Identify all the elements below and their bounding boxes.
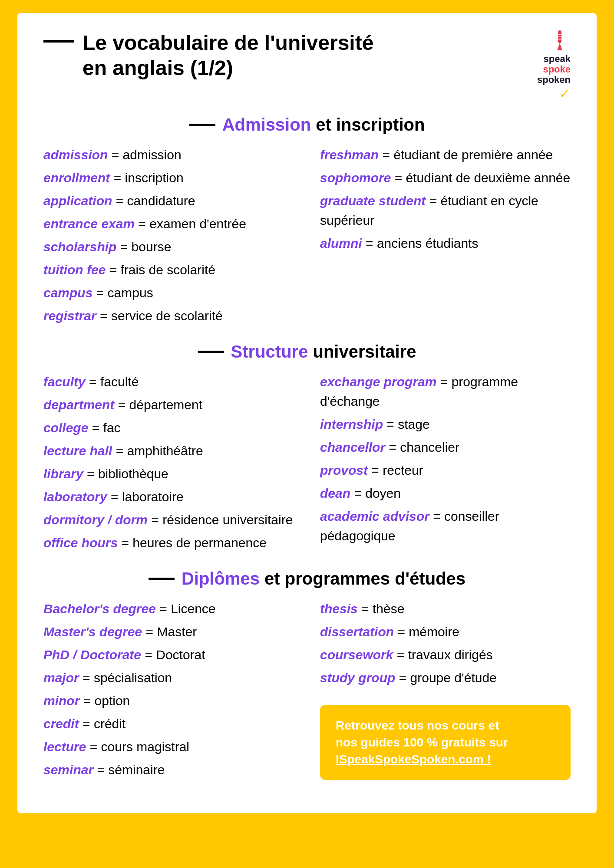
vocab-provost: provost = recteur — [320, 460, 571, 480]
vocab-coursework: coursework = travaux dirigés — [320, 645, 571, 664]
vocab-department: department = département — [43, 395, 294, 414]
vocab-lecture-hall: lecture hall = amphithéâtre — [43, 441, 294, 460]
vocab-bachelors: Bachelor's degree = Licence — [43, 599, 294, 618]
vocab-lecture: lecture = cours magistral — [43, 737, 294, 756]
checkmark-icon: ✓ — [559, 85, 571, 102]
structure-right-col: exchange program = programme d'échange i… — [320, 372, 571, 556]
vocab-dormitory: dormitory / dorm = résidence universitai… — [43, 510, 294, 529]
section-admission-title: Admission et inscription — [222, 115, 425, 135]
vocab-entrance-exam: entrance exam = examen d'entrée — [43, 214, 294, 233]
vocab-office-hours: office hours = heures de permanence — [43, 533, 294, 552]
structure-vocab-grid: faculty = faculté department = départeme… — [43, 372, 571, 556]
vocab-alumni: alumni = anciens étudiants — [320, 233, 571, 253]
vocab-graduate-student: graduate student = étudiant en cycle sup… — [320, 191, 571, 230]
vocab-registrar: registrar = service de scolarité — [43, 306, 294, 326]
vocab-scholarship: scholarship = bourse — [43, 237, 294, 256]
admission-vocab-grid: admission = admission enrollment = inscr… — [43, 145, 571, 329]
vocab-library: library = bibliothèque — [43, 464, 294, 483]
vocab-chancellor: chancellor = chancelier — [320, 437, 571, 457]
vocab-study-group: study group = groupe d'étude — [320, 668, 571, 687]
title-decoration — [43, 40, 74, 43]
vocab-internship: internship = stage — [320, 414, 571, 434]
vocab-enrollment: enrollment = inscription — [43, 168, 294, 187]
vocab-freshman: freshman = étudiant de première année — [320, 145, 571, 164]
logo-text: speak spoke spoken — [537, 54, 571, 85]
logo-icon — [549, 30, 571, 52]
vocab-phd: PhD / Doctorate = Doctorat — [43, 645, 294, 664]
vocab-dean: dean = doyen — [320, 483, 571, 503]
promo-text1: Retrouvez tous nos cours et — [336, 719, 499, 732]
logo-block: speak spoke spoken ✓ — [537, 30, 571, 102]
title-block: Le vocabulaire de l'université en anglai… — [43, 30, 373, 80]
svg-marker-1 — [557, 43, 562, 50]
vocab-faculty: faculty = faculté — [43, 372, 294, 391]
diplomes-left-col: Bachelor's degree = Licence Master's deg… — [43, 599, 294, 783]
section-structure-header: Structure universitaire — [43, 342, 571, 362]
vocab-academic-advisor: academic advisor = conseiller pédagogiqu… — [320, 506, 571, 546]
section-structure-title: Structure universitaire — [231, 342, 416, 362]
vocab-tuition-fee: tuition fee = frais de scolarité — [43, 260, 294, 279]
section-diplomes-header: Diplômes et programmes d'études — [43, 569, 571, 589]
vocab-major: major = spécialisation — [43, 668, 294, 687]
section-line-2 — [198, 351, 224, 353]
section-admission-header: Admission et inscription — [43, 115, 571, 135]
page-container: Le vocabulaire de l'université en anglai… — [17, 13, 597, 813]
vocab-seminar: seminar = séminaire — [43, 760, 294, 779]
promo-link[interactable]: ISpeakSpokeSpoken.com ! — [336, 753, 491, 766]
page-title: Le vocabulaire de l'université en anglai… — [83, 30, 373, 80]
promo-box: Retrouvez tous nos cours et nos guides 1… — [320, 705, 571, 780]
vocab-college: college = fac — [43, 418, 294, 437]
section-line-3 — [149, 578, 175, 580]
vocab-credit: credit = crédit — [43, 714, 294, 733]
vocab-exchange-program: exchange program = programme d'échange — [320, 372, 571, 411]
vocab-sophomore: sophomore = étudiant de deuxième année — [320, 168, 571, 187]
section-line — [189, 124, 215, 126]
diplomes-right-col: thesis = thèse dissertation = mémoire co… — [320, 599, 571, 783]
vocab-masters: Master's degree = Master — [43, 622, 294, 641]
admission-right-col: freshman = étudiant de première année so… — [320, 145, 571, 329]
vocab-laboratory: laboratory = laboratoire — [43, 487, 294, 506]
admission-left-col: admission = admission enrollment = inscr… — [43, 145, 294, 329]
header: Le vocabulaire de l'université en anglai… — [43, 30, 571, 102]
vocab-dissertation: dissertation = mémoire — [320, 622, 571, 641]
section-diplomes-title: Diplômes et programmes d'études — [182, 569, 465, 589]
vocab-minor: minor = option — [43, 691, 294, 710]
structure-left-col: faculty = faculté department = départeme… — [43, 372, 294, 556]
vocab-campus: campus = campus — [43, 283, 294, 302]
diplomes-vocab-grid: Bachelor's degree = Licence Master's deg… — [43, 599, 571, 783]
vocab-thesis: thesis = thèse — [320, 599, 571, 618]
promo-text2: nos guides 100 % gratuits sur — [336, 736, 508, 749]
vocab-application: application = candidature — [43, 191, 294, 210]
vocab-admission: admission = admission — [43, 145, 294, 164]
